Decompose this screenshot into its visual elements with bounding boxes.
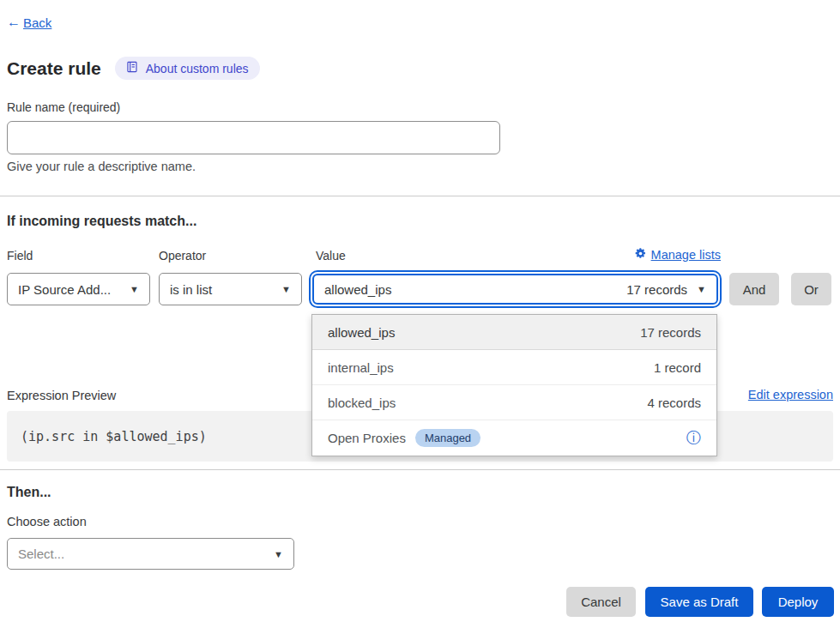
page-title: Create rule — [7, 58, 101, 79]
field-column-label: Field — [7, 249, 33, 263]
list-name: internal_ips — [328, 360, 394, 375]
about-custom-rules-link[interactable]: About custom rules — [115, 57, 260, 80]
back-link[interactable]: ← Back — [7, 15, 51, 30]
manage-lists-label: Manage lists — [651, 248, 721, 262]
title-row: Create rule About custom rules — [7, 57, 260, 80]
about-badge-label: About custom rules — [146, 62, 249, 75]
list-name: allowed_ips — [328, 325, 395, 340]
book-icon — [126, 61, 138, 75]
choose-action-label: Choose action — [7, 515, 87, 528]
section-divider — [0, 196, 840, 196]
list-record-count: 1 record — [654, 360, 701, 375]
value-column-label: Value — [316, 249, 346, 263]
rule-name-input[interactable] — [7, 121, 500, 154]
operator-column-label: Operator — [159, 249, 206, 263]
dropdown-option-blocked-ips[interactable]: blocked_ips 4 records — [312, 385, 716, 420]
chevron-down-icon: ▼ — [274, 549, 283, 559]
value-combobox[interactable]: allowed_ips 17 records ▼ — [312, 274, 718, 305]
match-section-heading: If incoming requests match... — [7, 214, 196, 229]
value-record-count: 17 records — [626, 282, 687, 297]
cancel-button[interactable]: Cancel — [566, 587, 636, 617]
deploy-button[interactable]: Deploy — [762, 587, 834, 617]
back-arrow-icon: ← — [7, 15, 21, 30]
manage-lists-link[interactable]: Manage lists — [635, 248, 721, 262]
field-select-value: IP Source Add... — [18, 282, 111, 297]
or-button[interactable]: Or — [791, 273, 831, 305]
rule-name-label: Rule name (required) — [7, 100, 120, 114]
list-record-count: 4 records — [647, 395, 701, 410]
chevron-down-icon: ▼ — [130, 284, 139, 294]
list-record-count: 17 records — [640, 325, 701, 340]
edit-expression-link[interactable]: Edit expression — [748, 388, 833, 402]
managed-badge: Managed — [415, 429, 480, 447]
then-section-heading: Then... — [7, 485, 51, 500]
gear-icon — [635, 248, 646, 262]
value-dropdown-panel: allowed_ips 17 records internal_ips 1 re… — [311, 314, 717, 456]
list-name: blocked_ips — [328, 395, 396, 410]
chevron-down-icon: ▼ — [697, 284, 706, 294]
dropdown-option-internal-ips[interactable]: internal_ips 1 record — [312, 350, 716, 385]
back-link-label: Back — [23, 15, 51, 30]
dropdown-option-allowed-ips[interactable]: allowed_ips 17 records — [312, 315, 716, 350]
expression-code: (ip.src in $allowed_ips) — [21, 429, 207, 444]
info-icon[interactable]: ⓘ — [686, 431, 701, 445]
operator-select-value: is in list — [170, 282, 212, 297]
dropdown-option-open-proxies[interactable]: Open Proxies Managed ⓘ — [312, 420, 716, 456]
create-rule-page: ← Back Create rule About custom rules Ru… — [0, 0, 840, 634]
field-select[interactable]: IP Source Add... ▼ — [7, 273, 150, 305]
section-divider — [0, 469, 840, 470]
rule-name-helper-text: Give your rule a descriptive name. — [7, 160, 196, 173]
chevron-down-icon: ▼ — [281, 284, 291, 294]
action-select-placeholder: Select... — [18, 546, 64, 561]
save-as-draft-button[interactable]: Save as Draft — [645, 587, 753, 617]
value-combobox-value: allowed_ips — [324, 282, 391, 297]
action-select[interactable]: Select... ▼ — [7, 538, 294, 570]
and-button[interactable]: And — [729, 273, 779, 305]
list-name: Open Proxies — [328, 431, 406, 445]
expression-preview-label: Expression Preview — [7, 389, 116, 402]
operator-select[interactable]: is in list ▼ — [159, 273, 302, 305]
